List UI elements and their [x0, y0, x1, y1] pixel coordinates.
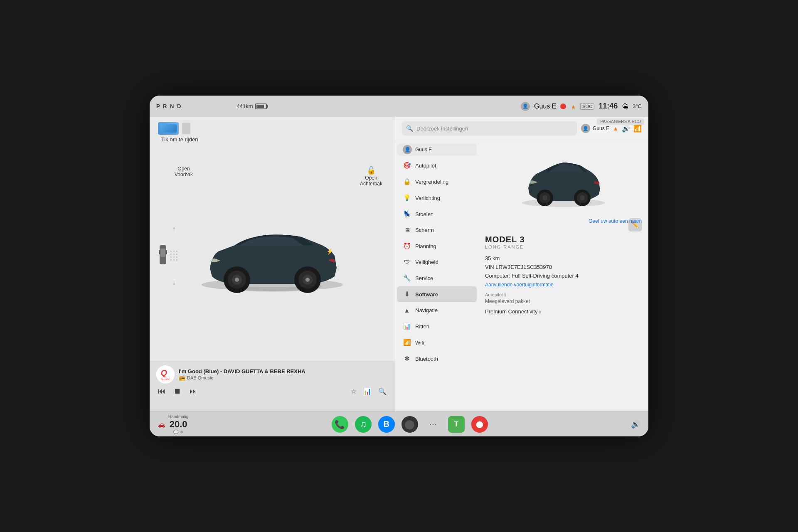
- odometer-row: 35 km: [485, 255, 642, 261]
- open-front-trunk-button[interactable]: OpenVoorbak: [175, 166, 193, 177]
- menu-label-vergrendeling: Vergrendeling: [415, 179, 448, 185]
- menu-item-stoelen[interactable]: 💺 Stoelen: [397, 206, 477, 222]
- stop-button[interactable]: ⏹: [174, 387, 181, 396]
- connectivity-section: Premium Connectivity ℹ: [485, 308, 642, 315]
- camera-icon: ⬤: [404, 419, 415, 430]
- menu-label-service: Service: [415, 275, 433, 281]
- wiper-handle: [182, 123, 190, 134]
- range-battery: 441km: [236, 103, 267, 109]
- search-placeholder: Doorzoek instellingen: [416, 126, 468, 132]
- phone-icon: 📞: [335, 419, 345, 429]
- volume-icon[interactable]: 🔊: [631, 420, 640, 429]
- menu-label-ritten: Ritten: [415, 323, 429, 330]
- model-header: MODEL 3 LONG RANGE Geef uw auto een naam: [485, 235, 642, 253]
- vin-row: VIN LRW3E7EJ1SC353970: [485, 264, 642, 270]
- svg-point-8: [235, 278, 239, 282]
- equalizer-icon[interactable]: 📊: [363, 387, 372, 395]
- temp-value-display: 20.0: [168, 419, 188, 430]
- music-title: I'm Good (Blue) - DAVID GUETTA & BEBE RE…: [179, 368, 388, 374]
- wifi-icon-header: 📶: [633, 125, 642, 133]
- open-rear-trunk-button[interactable]: 🔓 OpenAchterbak: [360, 166, 382, 187]
- wiper-icon[interactable]: [158, 122, 179, 135]
- user-icon[interactable]: 👤: [521, 102, 530, 111]
- music-info: Q music I'm Good (Blue) - DAVID GUETTA &…: [156, 365, 388, 384]
- car-image: ⚡: [193, 210, 351, 301]
- record-indicator: [560, 103, 566, 109]
- autopilot-label: Autopilot ℹ: [485, 292, 642, 298]
- main-area: Tik om te rijden OpenVoorbak 🔓 OpenAchte…: [150, 117, 648, 411]
- range-value: 441km: [236, 103, 253, 109]
- light-icon: 💡: [403, 194, 411, 202]
- left-panel: Tik om te rijden OpenVoorbak 🔓 OpenAchte…: [150, 117, 395, 411]
- arrow-up-icon: ↑: [172, 224, 176, 234]
- menu-label-planning: Planning: [415, 243, 436, 249]
- temp-icons: 💬 ❄: [168, 430, 188, 434]
- computer-row: Computer: Full Self-Driving computer 4: [485, 273, 642, 279]
- lock-icon: 🔒: [403, 178, 411, 185]
- camera-app-button[interactable]: ⬤: [401, 416, 418, 433]
- menu-item-scherm[interactable]: 🖥 Scherm: [397, 222, 477, 238]
- menu-item-service[interactable]: 🔧 Service: [397, 270, 477, 286]
- record-app-button[interactable]: ⬤: [471, 416, 488, 433]
- menu-item-verlichting[interactable]: 💡 Verlichting: [397, 190, 477, 206]
- music-controls: ⏮ ⏹ ⏭ ☆ 📊 🔍: [156, 387, 388, 396]
- dots-icon: ···: [429, 419, 436, 429]
- record-icon: ⬤: [476, 420, 483, 428]
- software-icon: ⬇: [403, 291, 411, 298]
- car-icon-taskbar[interactable]: 🚗: [158, 421, 165, 428]
- menu-item-wifi[interactable]: 📶 Wifi: [397, 335, 477, 350]
- search-music-icon[interactable]: 🔍: [378, 387, 387, 395]
- tap-to-drive-label[interactable]: Tik om te rijden: [158, 135, 201, 144]
- dab-icon: 📻: [179, 374, 185, 381]
- navigation-icon: ▲: [403, 307, 411, 314]
- time-display: 11:46: [598, 102, 618, 111]
- car-top-view-icon[interactable]: [157, 244, 169, 267]
- tasks-icon: T: [454, 421, 458, 428]
- next-track-button[interactable]: ⏭: [190, 387, 197, 396]
- taskbar-center: 📞 ♫ B ⬤ ··· T ⬤: [195, 416, 624, 433]
- svg-rect-3: [166, 250, 167, 254]
- more-apps-button[interactable]: ···: [425, 416, 441, 433]
- user-name-status: Guus E: [534, 103, 556, 110]
- taskbar-right: 🔊: [631, 420, 640, 429]
- user-avatar-header: 👤: [581, 124, 590, 133]
- connectivity-info-icon: ℹ: [539, 309, 541, 315]
- model-info: MODEL 3 LONG RANGE: [485, 235, 525, 253]
- temp-ac-icon: ❄: [180, 430, 183, 434]
- prev-track-button[interactable]: ⏮: [158, 387, 165, 396]
- give-name-link[interactable]: Geef uw auto een naam: [589, 218, 642, 224]
- search-box[interactable]: 🔍 Doorzoek instellingen: [402, 121, 577, 135]
- tasks-app-button[interactable]: T: [448, 416, 465, 433]
- music-player: Q music I'm Good (Blue) - DAVID GUETTA &…: [150, 362, 395, 411]
- temp-sync-icon: 💬: [173, 430, 178, 434]
- spotify-icon: ♫: [360, 419, 367, 430]
- menu-item-ritten[interactable]: 📊 Ritten: [397, 318, 477, 334]
- favorite-icon[interactable]: ☆: [351, 387, 357, 395]
- bluetooth-icon: ✱: [403, 355, 411, 362]
- svg-rect-1: [160, 249, 165, 257]
- more-info-link[interactable]: Aanvullende voertuiginformatie: [485, 282, 554, 288]
- autopilot-info-icon: ℹ: [504, 292, 506, 298]
- menu-item-planning[interactable]: ⏰ Planning: [397, 238, 477, 254]
- menu-item-bluetooth[interactable]: ✱ Bluetooth: [397, 351, 477, 367]
- svg-text:⚡: ⚡: [326, 248, 334, 255]
- seat-icon: 💺: [403, 210, 411, 218]
- menu-item-veiligheid[interactable]: 🛡 Veiligheid: [397, 254, 477, 270]
- trips-icon: 📊: [403, 323, 411, 330]
- menu-item-vergrendeling[interactable]: 🔒 Vergrendeling: [397, 174, 477, 190]
- svg-point-20: [580, 195, 585, 200]
- menu-item-navigatie[interactable]: ▲ Navigatie: [397, 303, 477, 318]
- spotify-app-button[interactable]: ♫: [355, 416, 372, 433]
- autopilot-section: Autopilot ℹ Meegeleverd pakket: [485, 292, 642, 304]
- menu-item-autopilot[interactable]: 🎯 Autopilot: [397, 158, 477, 173]
- svg-point-12: [305, 278, 310, 282]
- computer-label: Computer:: [485, 273, 510, 279]
- music-extra-icons: ☆ 📊 🔍: [351, 387, 387, 395]
- autopilot-value: Meegeleverd pakket: [485, 298, 642, 304]
- open-rear-label: OpenAchterbak: [360, 175, 382, 187]
- weather-icon: 🌤: [622, 103, 628, 110]
- phone-app-button[interactable]: 📞: [332, 416, 348, 433]
- menu-item-software[interactable]: ⬇ Software: [397, 286, 477, 302]
- bluetooth-app-button[interactable]: B: [378, 416, 395, 433]
- music-text: I'm Good (Blue) - DAVID GUETTA & BEBE RE…: [179, 368, 388, 381]
